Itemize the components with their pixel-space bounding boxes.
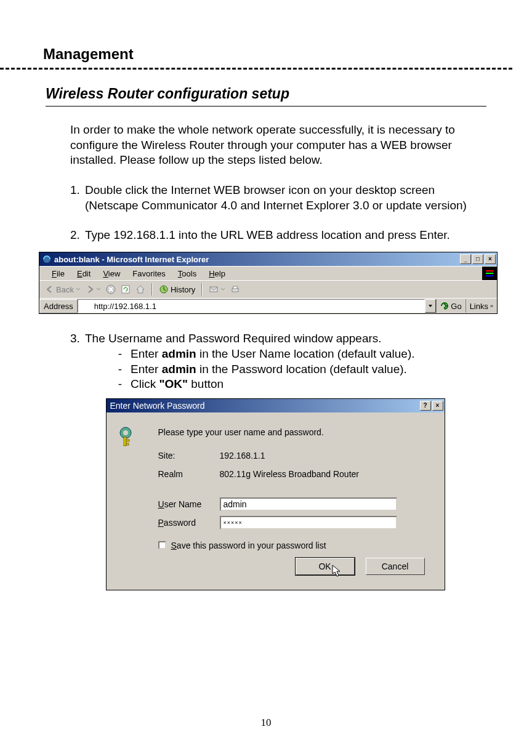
menu-help[interactable]: Help [203,269,232,278]
arrow-right-icon [86,285,94,294]
dialog-buttons: OK Cancel [119,558,425,575]
minimize-button[interactable]: _ [460,254,471,264]
dialog-body: Please type your user name and password.… [107,412,445,590]
svg-rect-10 [233,286,237,289]
step-number: 3. [70,331,85,347]
save-password-checkbox[interactable] [158,541,166,549]
username-label: User Name [158,499,220,509]
svg-point-12 [123,430,128,435]
refresh-button[interactable] [118,284,133,294]
step-number: 2. [70,228,85,243]
dash: - [110,362,131,377]
document-page: Management Wireless Router configuration… [0,0,532,756]
substep-text: Click "OK" button [131,377,224,392]
chevron-right-icon: » [490,303,493,309]
svg-rect-3 [486,273,493,274]
help-button[interactable]: ? [420,401,431,411]
browser-titlebar: about:blank - Microsoft Internet Explore… [39,252,497,266]
svg-rect-4 [486,275,493,276]
substep-1: - Enter admin in the User Name location … [110,347,477,362]
browser-addressbar: Address http://192.168.1.1 Go Links » [39,298,497,313]
address-dropdown[interactable] [425,299,436,313]
solid-rule [46,106,486,107]
intro-paragraph: In order to make the whole network opera… [70,123,477,168]
maximize-button[interactable]: □ [472,254,483,264]
print-button[interactable] [228,284,243,294]
address-input[interactable]: http://192.168.1.1 [78,299,425,313]
svg-rect-13 [124,437,126,446]
ie-icon [42,254,52,264]
dialog-title: Enter Network Password [110,401,205,411]
chevron-down-icon [96,287,101,292]
address-url: http://192.168.1.1 [94,302,156,311]
dialog-realm-row: Realm 802.11g Wireless Broadband Router [158,469,432,479]
step-text: Type 192.168.1.1 into the URL WEB addres… [85,228,450,243]
body-text: In order to make the whole network opera… [70,123,477,243]
password-input[interactable] [220,516,397,529]
substeps: - Enter admin in the User Name location … [110,347,477,392]
cancel-button[interactable]: Cancel [366,558,425,575]
save-password-label: Save this password in your password list [171,541,326,550]
stop-button[interactable] [103,284,118,294]
history-button[interactable]: History [156,284,198,294]
dialog-prompt: Please type your user name and password. [158,427,432,437]
print-icon [230,284,240,294]
history-icon [159,284,169,294]
address-label: Address [39,299,78,313]
dialog-titlebar: Enter Network Password ? × [107,399,445,412]
dialog-username-row: User Name [158,497,432,511]
substep-text: Enter admin in the Password location (de… [131,362,407,377]
heading-setup: Wireless Router configuration setup [46,86,486,102]
step-2: 2. Type 192.168.1.1 into the URL WEB add… [70,228,477,243]
realm-label: Realm [158,469,220,479]
mail-button[interactable] [206,284,228,294]
substep-3: - Click "OK" button [110,377,477,392]
step-1: 1. Double click the Internet WEB browser… [70,183,477,213]
stop-icon [106,284,116,294]
links-button[interactable]: Links » [465,299,497,313]
menu-view[interactable]: View [97,269,126,278]
forward-button [83,285,103,294]
home-button[interactable] [133,284,148,294]
home-icon [135,284,145,294]
substep-text: Enter admin in the User Name location (d… [131,347,415,362]
browser-menubar: File Edit View Favorites Tools Help [39,266,497,280]
dash: - [110,377,131,392]
dashed-rule [0,68,512,70]
menu-file[interactable]: File [46,269,71,278]
key-icon [119,426,140,447]
back-button: Back [43,285,83,294]
throbber-icon [482,267,497,280]
cursor-icon [332,565,343,578]
step-3: 3. The Username and Password Required wi… [70,331,477,347]
arrow-left-icon [46,285,54,294]
toolbar-separator [201,283,203,296]
go-button[interactable]: Go [436,299,465,313]
site-value: 192.168.1.1 [220,451,265,460]
menu-edit[interactable]: Edit [71,269,97,278]
body-text-2: 3. The Username and Password Required wi… [70,331,477,392]
browser-toolbar: Back History [39,280,497,298]
dash: - [110,347,131,362]
svg-rect-15 [126,443,129,445]
close-button[interactable]: × [485,254,496,264]
menu-tools[interactable]: Tools [172,269,203,278]
substep-2: - Enter admin in the Password location (… [110,362,477,377]
step-text: The Username and Password Required windo… [85,331,382,347]
mail-icon [209,284,219,294]
realm-value: 802.11g Wireless Broadband Router [220,469,359,479]
dialog-password-row: Password [158,516,432,529]
svg-rect-6 [122,286,129,293]
dialog-save-row: Save this password in your password list [158,541,432,550]
toolbar-separator [151,283,153,296]
go-icon [440,302,449,310]
site-label: Site: [158,451,220,460]
ok-button[interactable]: OK [296,558,355,575]
menu-favorites[interactable]: Favorites [126,269,171,278]
dialog-site-row: Site: 192.168.1.1 [158,451,432,460]
close-button[interactable]: × [432,401,443,411]
browser-title: about:blank - Microsoft Internet Explore… [54,255,209,264]
refresh-icon [121,284,131,294]
chevron-down-icon [220,287,225,292]
username-input[interactable] [220,497,397,511]
